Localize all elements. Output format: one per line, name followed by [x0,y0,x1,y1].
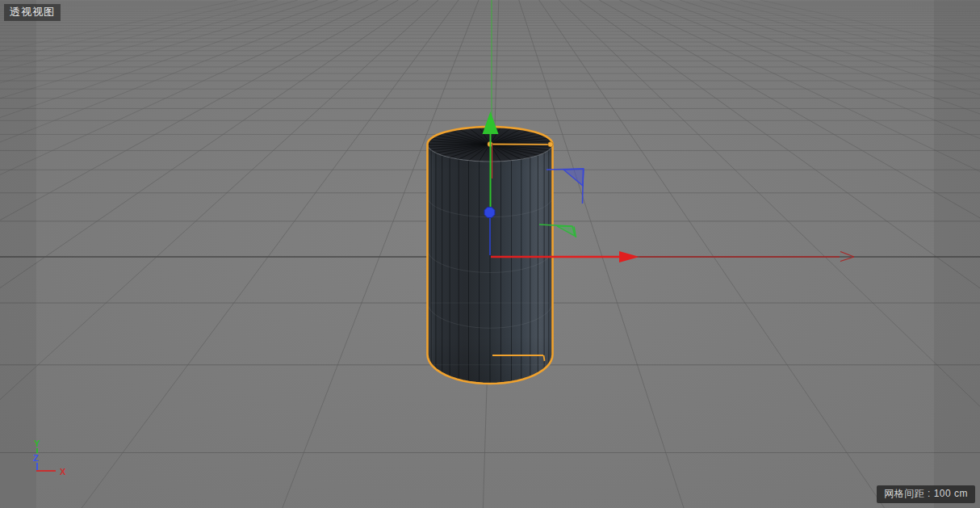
perspective-viewport[interactable]: 透视视图 Y Z X 网格间距 : 100 cm [0,0,980,508]
axis-z-label: Z [33,453,39,463]
viewport-3d-scene[interactable] [0,0,980,508]
plane-handle-blue-line[interactable] [583,169,584,204]
radius-handle-hook [544,355,545,361]
parametric-handle-dot[interactable] [548,142,553,147]
grid-spacing-label: 网格间距 : 100 cm [877,485,975,503]
world-axis-indicator: Y Z X [19,428,77,480]
view-label: 透视视图 [4,4,61,21]
safe-frame-tint-right [934,0,980,508]
axis-x-label: X [60,467,66,477]
plane-handle-blue-line[interactable] [547,169,584,170]
z-axis-handle-dot[interactable] [484,208,495,218]
axis-y-label: Y [34,439,40,448]
